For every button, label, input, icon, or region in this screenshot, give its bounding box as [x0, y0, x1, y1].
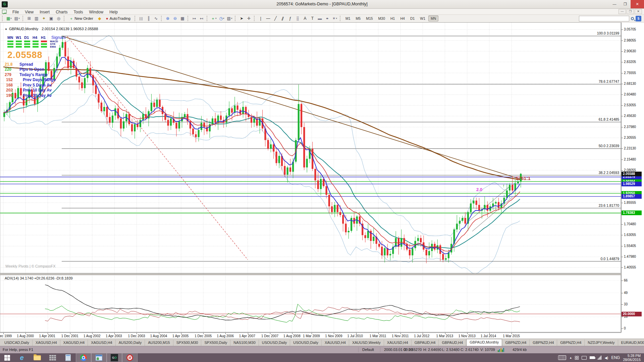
search-icon[interactable] — [631, 17, 634, 20]
crosshair-button[interactable]: ✛ — [246, 15, 252, 22]
chart-tab-aus200-daily[interactable]: AUS200,Daily — [116, 340, 145, 346]
zoom-out-button[interactable]: ⊖ — [172, 15, 178, 22]
market-watch-button[interactable]: ⊞ — [26, 15, 33, 22]
menu-tools[interactable]: Tools — [71, 9, 86, 15]
taskbar-calculator-button[interactable] — [60, 353, 76, 362]
chart-tab-nzdjpy-weekly[interactable]: NZDJPY,Weekly — [585, 340, 618, 346]
menu-file[interactable]: File — [9, 9, 22, 15]
data-window-button[interactable]: ▥ — [33, 15, 40, 22]
horizontal-line-button[interactable]: — — [265, 15, 271, 22]
timeframe-mn-button[interactable]: MN — [428, 15, 438, 21]
new-chart-dropdown-icon[interactable]: ▾ — [10, 17, 12, 20]
line-chart-mode-button[interactable]: ∿ — [153, 15, 159, 22]
timeframe-m5-button[interactable]: M5 — [354, 15, 363, 21]
tray-expand-icon[interactable]: ▲ — [569, 356, 572, 359]
chart-tab-xagusd-h4[interactable]: XAGUSD,H4 — [33, 340, 60, 346]
chart-tab-usousd-daily[interactable]: USOUSD,Daily — [290, 340, 322, 346]
menu-charts[interactable]: Charts — [53, 9, 70, 15]
timeframe-d1-button[interactable]: D1 — [408, 15, 417, 21]
fib-level-label[interactable]: 61.8 2.41485 — [599, 117, 619, 121]
indicators-dropdown-icon[interactable]: ▾ — [215, 17, 217, 20]
templates-button[interactable]: ▧▾ — [226, 15, 233, 22]
text-button[interactable]: A — [302, 15, 308, 22]
periods-dropdown-icon[interactable]: ▾ — [223, 17, 224, 20]
fib-level-label[interactable]: 38.2 2.04593 — [599, 171, 619, 175]
battery-icon[interactable] — [590, 356, 595, 359]
language-indicator[interactable]: ENG — [611, 355, 620, 360]
restore-button[interactable]: ❐ — [620, 0, 631, 8]
taskbar-chrome-button[interactable] — [76, 353, 91, 362]
trendline-button[interactable]: ╱ — [272, 15, 279, 22]
chart-tab-aus200-m15[interactable]: AUS200,M15 — [145, 340, 173, 346]
taskbar-internet-explorer-button[interactable]: e — [14, 353, 30, 362]
chart-tab-gbpnzd-h4[interactable]: GBPNZD,H4 — [557, 340, 585, 346]
arrows-button[interactable]: ✶▾ — [331, 15, 338, 22]
equidistant-channel-button[interactable]: ∥ — [279, 15, 286, 22]
taskbar-gomarkets-app-button[interactable]: GO — [107, 353, 122, 362]
menu-help[interactable]: Help — [106, 9, 121, 15]
fib-level-label[interactable]: 50.0 2.23039 — [599, 144, 619, 148]
chart-tab-gbpnzd-h4[interactable]: GBPNZD,H4 — [530, 340, 557, 346]
navigator-button[interactable]: ✦ — [41, 15, 47, 22]
chart-tab-usousd-daily[interactable]: USOUSD,Daily — [259, 340, 290, 346]
strategy-tester-button[interactable]: ◎ — [55, 15, 62, 22]
arrows-dropdown-icon[interactable]: ▾ — [336, 17, 337, 20]
profiles-button[interactable]: ▤▾ — [13, 15, 21, 22]
timeframe-w1-button[interactable]: W1 — [418, 15, 428, 21]
chart-tab-gbpnzd-h4[interactable]: GBPNZD,H4 — [502, 340, 530, 346]
menu-insert[interactable]: Insert — [37, 9, 53, 15]
child-restore-button[interactable]: ❐ — [627, 9, 634, 14]
taskbar-file-explorer-button[interactable] — [30, 353, 45, 362]
touch-keyboard-icon[interactable] — [558, 355, 566, 360]
date-axis[interactable]: 1 Dec 19991 Aug 20001 Apr 20011 Dec 2001… — [0, 333, 621, 339]
taskbar-metatrader4-button[interactable]: M — [122, 353, 138, 362]
taskbar-planner-app-button[interactable] — [91, 353, 107, 362]
one-click-caret-icon[interactable]: ▼ — [5, 28, 7, 31]
fib-level-label[interactable]: 100.0 3.01199 — [597, 31, 620, 35]
chart-tab-nas100-m30[interactable]: NAS100,M30 — [230, 340, 259, 346]
minimize-button[interactable]: — — [609, 0, 620, 8]
fibonacci-button[interactable]: ƒ — [287, 15, 293, 22]
profiles-dropdown-icon[interactable]: ▾ — [18, 17, 20, 20]
windows-flag-icon[interactable] — [575, 356, 579, 360]
clock[interactable]: 5:28 PM 28/06/2015 — [623, 354, 641, 362]
cursor-button[interactable]: ➤ — [238, 15, 245, 22]
fib-level-label[interactable]: 0.0 1.44879 — [601, 257, 620, 261]
trendline-object[interactable] — [67, 36, 248, 260]
zoom-in-button[interactable]: ⊕ — [164, 15, 171, 22]
chart-tab-xagusd-h4[interactable]: XAGUSD,H4 — [60, 340, 88, 346]
candlestick-mode-button[interactable]: ║ — [145, 15, 152, 22]
trendline-object[interactable] — [62, 36, 520, 179]
display-icon[interactable] — [582, 356, 587, 360]
chart-tab-gbpaud-h4[interactable]: GBPAUD,H4 — [412, 340, 439, 346]
chart-tab-usdcad-daily[interactable]: USDCAD,Daily — [1, 340, 33, 346]
chart-tab-xauusd-h4[interactable]: XAUUSD,H4 — [322, 340, 349, 346]
chart-tab-spx500-daily[interactable]: SPX500,Daily — [201, 340, 230, 346]
indicators-button[interactable]: ＋▾ — [210, 15, 218, 22]
community-button[interactable]: 5 — [636, 16, 641, 21]
vertical-line-button[interactable]: | — [257, 15, 264, 22]
chart-tab-xauusd-weekly[interactable]: XAUUSD,Weekly — [349, 340, 384, 346]
close-button[interactable]: ✕ — [631, 0, 644, 8]
new-order-button[interactable]: ＋New Order — [67, 15, 96, 22]
tile-windows-button[interactable]: ▦ — [179, 15, 186, 22]
chart-tab-spx500-m30[interactable]: SPX500,M30 — [173, 340, 202, 346]
speaker-icon[interactable]: ◀) — [604, 356, 608, 360]
price-axis[interactable]: 3.057052.980552.906302.832052.755552.681… — [621, 22, 644, 333]
pane-separator[interactable] — [0, 274, 621, 275]
taskbar-desktop-tiles-button[interactable] — [45, 353, 60, 362]
adx-indicator-canvas[interactable] — [0, 275, 621, 333]
auto-scroll-button[interactable]: ↦ — [191, 15, 198, 22]
timeframe-h4-button[interactable]: H4 — [398, 15, 407, 21]
bar-chart-mode-button[interactable]: ||| — [138, 15, 145, 22]
timeframe-m1-button[interactable]: M1 — [343, 15, 353, 21]
rectangle-button[interactable]: ▬ — [316, 15, 323, 22]
child-close-button[interactable]: ✕ — [635, 9, 642, 14]
chart-tab-gbpaud-monthly[interactable]: GBPAUD,Monthly — [466, 339, 502, 346]
timeframe-m30-button[interactable]: M30 — [376, 15, 387, 21]
autotrading-button[interactable]: ●AutoTrading — [104, 15, 133, 22]
periods-button[interactable]: ◷▾ — [218, 15, 225, 22]
main-chart-canvas[interactable]: 100.0 3.0119978.6 2.6774761.8 2.4148550.… — [0, 22, 621, 274]
timeframe-h1-button[interactable]: H1 — [388, 15, 397, 21]
search-input[interactable] — [579, 16, 629, 21]
